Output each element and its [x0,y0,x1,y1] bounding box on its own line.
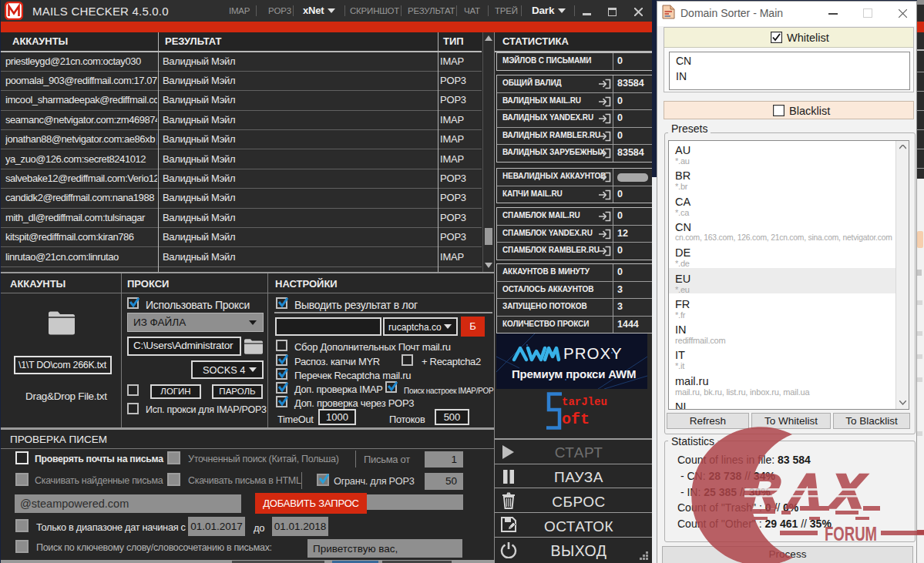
svg-text:Премиум прокси AWM: Премиум прокси AWM [512,367,636,380]
svg-text:PROXY: PROXY [563,344,623,362]
